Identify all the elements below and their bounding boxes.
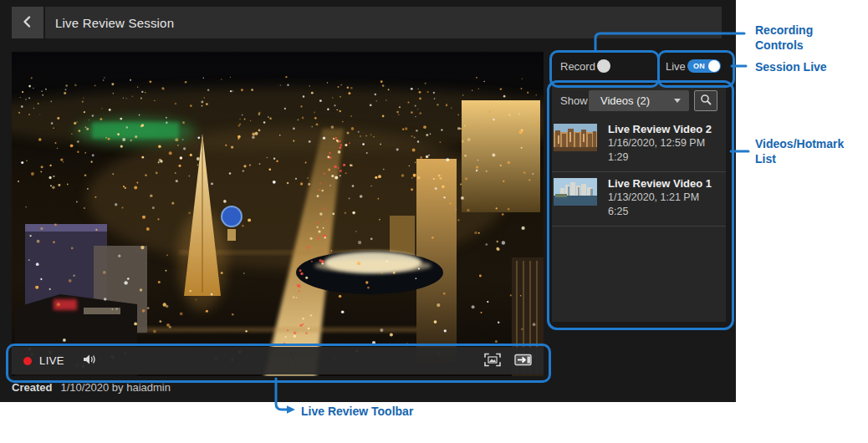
live-toggle[interactable]: ON <box>687 59 721 73</box>
video-item-timestamp: 1/16/2020, 12:59 PM <box>608 136 712 150</box>
annotation-label-session-live: Session Live <box>755 59 864 74</box>
show-label: Show <box>560 94 588 107</box>
created-info: Created1/10/2020 by haiadmin <box>12 381 171 394</box>
chevron-left-icon <box>21 15 34 31</box>
video-item-meta: Live Review Video 1 1/13/2020, 1:21 PM 6… <box>608 177 712 219</box>
videos-filter-value: Videos (2) <box>600 94 674 107</box>
toggle-knob-icon <box>708 60 720 72</box>
live-badge: LIVE <box>39 354 64 367</box>
live-indicator-dot <box>23 357 32 365</box>
screenshot-root: Live Review Session <box>0 0 868 443</box>
live-label: Live <box>666 60 686 73</box>
snapshot-button[interactable] <box>484 353 501 369</box>
videos-panel: Show Videos (2) <box>552 84 726 322</box>
player-toolbar: LIVE <box>12 347 544 374</box>
live-toggle-state: ON <box>693 62 705 70</box>
created-label: Created <box>12 381 52 394</box>
video-item-title: Live Review Video 2 <box>608 123 712 135</box>
app-window: Live Review Session <box>0 0 736 402</box>
video-item-duration: 1:29 <box>608 150 712 165</box>
page-title: Live Review Session <box>55 16 174 30</box>
volume-button[interactable] <box>83 354 98 368</box>
search-icon <box>700 94 712 108</box>
created-value: 1/10/2020 by haiadmin <box>60 381 171 394</box>
annotation-label-videos-list: Videos/Hotmark List <box>755 136 860 166</box>
back-button[interactable] <box>12 7 43 38</box>
search-button[interactable] <box>694 90 717 111</box>
collapse-panel-icon <box>514 354 532 369</box>
video-player[interactable]: LIVE <box>12 52 544 376</box>
video-item-meta: Live Review Video 2 1/16/2020, 12:59 PM … <box>608 123 712 165</box>
video-list-item[interactable]: Live Review Video 1 1/13/2020, 1:21 PM 6… <box>552 172 726 227</box>
annotation-label-toolbar: Live Review Toolbar <box>301 404 468 419</box>
video-thumbnail <box>554 124 597 151</box>
video-item-title: Live Review Video 1 <box>608 177 712 190</box>
chevron-down-icon <box>674 99 681 103</box>
video-item-duration: 6:25 <box>608 205 712 219</box>
video-content <box>12 52 544 376</box>
video-list-item[interactable]: Live Review Video 2 1/16/2020, 12:59 PM … <box>552 118 726 172</box>
speaker-icon <box>83 354 98 368</box>
header-bar: Live Review Session <box>45 7 722 38</box>
collapse-panel-button[interactable] <box>514 354 532 369</box>
video-list: Live Review Video 2 1/16/2020, 12:59 PM … <box>552 118 726 227</box>
video-item-timestamp: 1/13/2020, 1:21 PM <box>608 191 712 205</box>
record-button[interactable] <box>597 59 610 73</box>
video-thumbnail <box>554 178 597 206</box>
annotation-label-recording-controls: Recording Controls <box>755 23 839 53</box>
record-label: Record <box>560 60 595 73</box>
snapshot-icon <box>484 353 501 369</box>
videos-filter-dropdown[interactable]: Videos (2) <box>589 90 689 111</box>
